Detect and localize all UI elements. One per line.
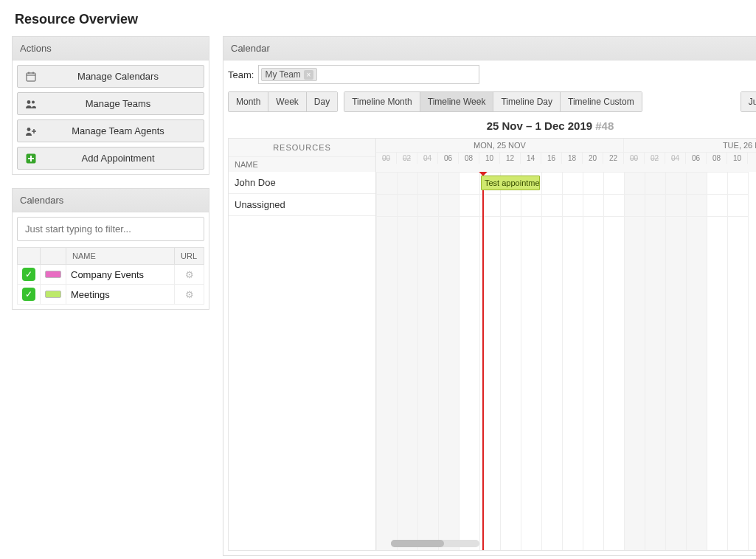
view-timeline-week[interactable]: Timeline Week (420, 92, 494, 111)
manage-calendars-button[interactable]: Manage Calendars (17, 65, 204, 88)
calendar-color-icon (45, 291, 61, 298)
week-number: #48 (595, 119, 614, 132)
gear-icon[interactable]: ⚙ (175, 285, 204, 305)
horizontal-scrollbar[interactable] (391, 540, 479, 547)
hour-header: 06 (438, 153, 459, 164)
col-name: NAME (66, 248, 175, 265)
gear-icon[interactable]: ⚙ (175, 265, 204, 285)
hour-header: 00 (624, 153, 645, 164)
hour-header: 20 (583, 153, 603, 164)
day-header: MON, 25 NOV (376, 139, 624, 152)
calendar-checkbox[interactable]: ✓ (22, 268, 35, 281)
svg-point-4 (27, 100, 31, 104)
hour-header: 06 (686, 153, 707, 164)
calendar-name: Company Events (66, 265, 175, 285)
hour-header: 02 (645, 153, 665, 164)
hour-header: 10 (727, 153, 748, 164)
resource-row: John Doe (229, 172, 375, 194)
hour-header: 02 (397, 153, 417, 164)
calendar-icon (24, 72, 38, 82)
hour-header: 04 (417, 153, 438, 164)
view-timeline-custom[interactable]: Timeline Custom (561, 92, 642, 111)
actions-panel: Actions Manage Calendars Manage Teams (12, 36, 209, 175)
hour-header: 10 (479, 153, 500, 164)
action-label: Manage Calendars (38, 71, 198, 82)
calendar-color-icon (45, 271, 61, 278)
remove-team-icon[interactable]: × (304, 70, 313, 80)
svg-rect-0 (27, 73, 35, 81)
day-header: TUE, 26 NOV (624, 139, 756, 152)
calendars-panel: Calendars NAME URL ✓Company Events⚙ (12, 188, 209, 310)
resource-row: Unassigned (229, 194, 375, 216)
calendar-row: ✓Company Events⚙ (18, 265, 204, 285)
hour-header: 00 (376, 153, 397, 164)
col-url: URL (175, 248, 204, 265)
manage-teams-button[interactable]: Manage Teams (17, 92, 204, 115)
resources-col-header: RESOURCES (229, 139, 375, 157)
users-icon (24, 100, 38, 108)
hour-header: 08 (459, 153, 479, 164)
page-title: Resource Overview (15, 12, 744, 27)
team-label: Team: (228, 69, 254, 80)
view-month[interactable]: Month (229, 92, 268, 111)
now-indicator (482, 172, 484, 551)
plus-icon (24, 153, 38, 164)
user-plus-icon (24, 127, 38, 136)
hour-header: 04 (665, 153, 686, 164)
calendar-header: Calendar (223, 37, 756, 60)
hour-header: 18 (562, 153, 583, 164)
svg-point-6 (27, 128, 31, 131)
view-timeline-day[interactable]: Timeline Day (493, 92, 561, 111)
hour-header: 14 (521, 153, 541, 164)
action-label: Add Appointment (38, 153, 198, 164)
calendar-panel: Calendar Team: My Team × MonthWeekDay Ti… (223, 36, 756, 556)
timeline-grid[interactable]: Test appointment (376, 172, 756, 551)
team-tag-label: My Team (265, 69, 300, 80)
action-label: Manage Teams (38, 98, 198, 109)
hour-header: 16 (541, 153, 562, 164)
view-day[interactable]: Day (307, 92, 337, 111)
view-timeline-month[interactable]: Timeline Month (344, 92, 420, 111)
name-col-header: NAME (229, 157, 375, 172)
calendar-checkbox[interactable]: ✓ (22, 288, 35, 301)
hour-header: 22 (603, 153, 624, 164)
jump-button[interactable]: Jump (741, 92, 756, 111)
team-select[interactable]: My Team × (258, 65, 479, 84)
svg-point-5 (32, 100, 35, 103)
add-appointment-button[interactable]: Add Appointment (17, 147, 204, 170)
hour-header: 12 (500, 153, 521, 164)
hour-header: 08 (707, 153, 727, 164)
manage-team-agents-button[interactable]: Manage Team Agents (17, 119, 204, 142)
calendar-row: ✓Meetings⚙ (18, 285, 204, 305)
calendars-header: Calendars (13, 189, 209, 212)
appointment-event[interactable]: Test appointment (481, 176, 540, 190)
actions-header: Actions (13, 37, 209, 60)
calendar-name: Meetings (66, 285, 175, 305)
calendar-filter-input[interactable] (17, 217, 204, 241)
view-week[interactable]: Week (268, 92, 306, 111)
team-tag: My Team × (261, 68, 316, 81)
timeline: RESOURCES NAME MON, 25 NOVTUE, 26 NOV 00… (228, 138, 756, 551)
date-range: 25 Nov – 1 Dec 2019 #48 (223, 117, 756, 138)
action-label: Manage Team Agents (38, 125, 198, 136)
